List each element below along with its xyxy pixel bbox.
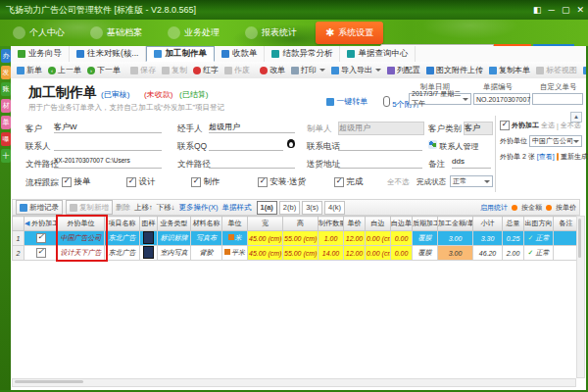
- close-icon[interactable]: ✕: [576, 0, 584, 20]
- phone-field[interactable]: [338, 139, 422, 151]
- add-record-button[interactable]: 新增记录: [16, 200, 63, 215]
- move-up-button[interactable]: 上移↑: [134, 203, 153, 213]
- sidebar-tile[interactable]: 十: [1, 149, 11, 163]
- row-outsource-checkbox[interactable]: [36, 248, 46, 258]
- regenerate-link[interactable]: 重新生成: [561, 152, 588, 162]
- scrollbar-thumb[interactable]: [15, 380, 83, 383]
- col-height[interactable]: 高: [283, 217, 318, 231]
- col-price[interactable]: 单价: [344, 217, 366, 231]
- tab-receipt[interactable]: 收款单: [215, 46, 266, 62]
- view-outsource-link[interactable]: [查看]: [537, 152, 555, 162]
- col-width[interactable]: 宽: [248, 217, 283, 231]
- cell-margin[interactable]: 0.00 (cm): [366, 231, 391, 246]
- row-outsource-cell[interactable]: [24, 246, 58, 261]
- cell-height[interactable]: 55.00 (cm): [283, 246, 318, 261]
- select-all-link[interactable]: 全选: [541, 121, 555, 130]
- cell-margin-price[interactable]: 0.00: [391, 246, 413, 261]
- cell-process-amount[interactable]: 3.00: [438, 231, 473, 246]
- col-project[interactable]: 项目名称: [105, 217, 140, 231]
- vertical-scrollbar[interactable]: [576, 216, 585, 378]
- by-price-radio[interactable]: [546, 205, 552, 211]
- col-unit[interactable]: 单位: [222, 217, 248, 231]
- cell-width[interactable]: 45.00 (cm): [248, 231, 283, 246]
- col-post-process[interactable]: 后期加工: [413, 217, 438, 231]
- page-tab-2[interactable]: 2(b): [279, 201, 300, 215]
- cell-project[interactable]: 东北广告: [105, 246, 140, 261]
- maximize-icon[interactable]: ▢: [562, 0, 570, 20]
- view-payment-button[interactable]: 查看收款过程: [580, 65, 586, 75]
- note-field[interactable]: dds: [452, 157, 491, 169]
- address-field[interactable]: [338, 157, 422, 169]
- process-step-design[interactable]: 设计: [126, 176, 155, 188]
- tab-reconciliation[interactable]: 往来对账(核...: [70, 46, 146, 62]
- col-outsource[interactable]: ◀ 外协加工: [24, 217, 58, 231]
- col-material[interactable]: 材料名称: [191, 217, 222, 231]
- save-button[interactable]: 保存: [127, 65, 159, 75]
- cell-margin-price[interactable]: 0.00: [391, 231, 413, 246]
- sidebar-tile[interactable]: 曝: [1, 132, 11, 146]
- cell-material[interactable]: 写真布: [191, 231, 222, 246]
- copy-button[interactable]: 复制: [159, 65, 190, 75]
- handler-field[interactable]: 超级用户: [209, 122, 295, 133]
- col-direction[interactable]: 出图方向: [524, 217, 554, 231]
- one-key-transfer-link[interactable]: 一键转单: [326, 96, 368, 107]
- tab-query-center[interactable]: 单据查询中心: [340, 46, 416, 62]
- contact-field[interactable]: [54, 139, 162, 151]
- red-letter-button[interactable]: 红字: [190, 65, 221, 75]
- skin-icon[interactable]: ◧: [533, 0, 542, 20]
- select-none-link[interactable]: 全不选: [561, 121, 581, 130]
- customer-type-field[interactable]: 客户: [464, 122, 493, 135]
- col-qty[interactable]: 制作数量: [318, 217, 344, 231]
- row-outsource-checkbox[interactable]: [36, 233, 46, 243]
- col-picture[interactable]: 图样: [140, 217, 158, 231]
- nav-item-business[interactable]: 业务处理: [155, 20, 232, 46]
- cell-subtotal[interactable]: 3.30: [473, 231, 503, 246]
- date-select[interactable]: 2017/3/7 星期二 下午: [409, 93, 471, 105]
- enable-stats-link[interactable]: 启用统计: [480, 203, 508, 213]
- qq-penguin-icon[interactable]: [287, 139, 295, 148]
- page-tab-3[interactable]: 3(s): [302, 201, 322, 215]
- sidebar-tile[interactable]: 办: [1, 49, 11, 63]
- sidebar-tile[interactable]: 账: [1, 82, 11, 96]
- amend-order-button[interactable]: 改单: [257, 65, 288, 75]
- nav-item-reports[interactable]: 报表统计: [232, 20, 310, 46]
- page-tab-1[interactable]: 1(a): [257, 201, 277, 215]
- status-settled-link[interactable]: (已结算): [179, 89, 208, 100]
- print-button[interactable]: 打印: [288, 65, 328, 75]
- more-actions-button[interactable]: 更多操作(X): [179, 203, 219, 213]
- process-step-install[interactable]: 安装·送货: [258, 176, 306, 188]
- col-outsource-unit[interactable]: 外协单位: [58, 217, 105, 231]
- cell-project[interactable]: 东北广告: [105, 231, 140, 246]
- row-outsource-cell[interactable]: [24, 231, 58, 246]
- prev-order-button[interactable]: ‹上一单: [45, 65, 84, 75]
- horizontal-scrollbar[interactable]: [12, 378, 576, 387]
- process-step-finish[interactable]: 完成: [334, 176, 363, 188]
- outsource-unit-select[interactable]: 中国广告公司: [529, 135, 582, 147]
- void-button[interactable]: 作废: [221, 65, 253, 75]
- cell-picture[interactable]: [140, 246, 158, 261]
- cell-total[interactable]: 2.00: [503, 246, 524, 261]
- cell-width[interactable]: 45.00 (cm): [248, 246, 283, 261]
- cell-height[interactable]: 55.00 (cm): [283, 231, 318, 246]
- cell-qty[interactable]: 14.00: [318, 246, 344, 261]
- cell-unit[interactable]: 平米: [222, 246, 248, 261]
- process-step-order[interactable]: 接单: [62, 176, 90, 188]
- cell-biz-type[interactable]: 室内写真: [158, 246, 191, 261]
- nav-item-personal[interactable]: 个人中心: [0, 20, 77, 46]
- qq-field[interactable]: [209, 139, 283, 151]
- file-path2-field[interactable]: [209, 157, 295, 169]
- duplicate-order-button[interactable]: 复制本单: [486, 65, 533, 75]
- sidebar-tile[interactable]: 单: [1, 116, 11, 129]
- cell-unit[interactable]: 米: [222, 231, 248, 246]
- cell-process-amount[interactable]: 3.00: [438, 246, 473, 261]
- cell-material[interactable]: 背胶: [191, 246, 222, 261]
- tab-work-order[interactable]: 加工制作单: [146, 46, 215, 62]
- custom-no-field[interactable]: [532, 93, 583, 105]
- copy-record-button[interactable]: 复制新增: [66, 200, 113, 215]
- col-note[interactable]: 备注: [554, 217, 579, 231]
- cell-note[interactable]: [554, 231, 579, 246]
- table-row[interactable]: 1 中国广告公司 东北广告 标识标牌 写真布 米 45.00 (cm) 55.0…: [13, 231, 579, 246]
- nav-item-settings[interactable]: ✱ 系统设置: [316, 22, 383, 44]
- outsource-checkbox[interactable]: [500, 121, 510, 130]
- col-margin-price[interactable]: 白边单价: [391, 217, 413, 231]
